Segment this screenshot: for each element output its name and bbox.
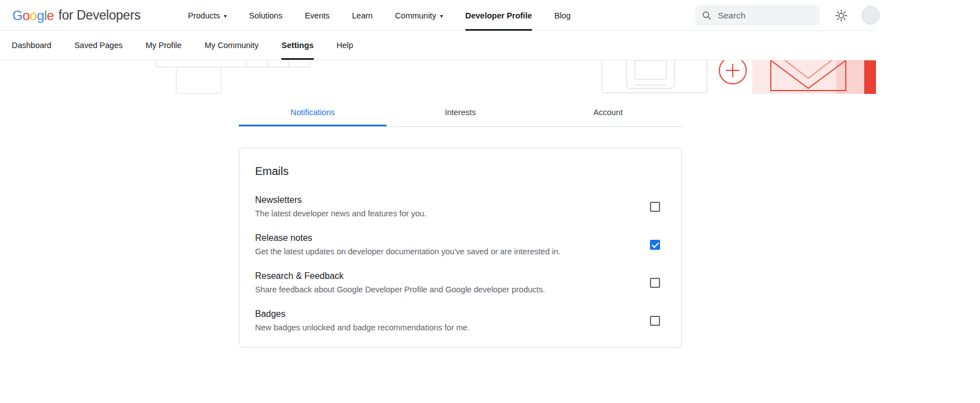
red-stripe xyxy=(864,60,876,94)
settings-tabs: Notifications Interests Account xyxy=(239,102,682,127)
email-row-release-notes: Release notes Get the latest updates on … xyxy=(255,231,666,258)
email-description: Share feedback about Google Developer Pr… xyxy=(255,283,545,296)
dark-mode-toggle[interactable] xyxy=(835,9,848,22)
email-description: The latest developer news and features f… xyxy=(255,207,426,220)
chevron-down-icon: ▾ xyxy=(440,12,443,19)
subnav-item-my-profile[interactable]: My Profile xyxy=(145,31,181,60)
email-title: Badges xyxy=(255,307,470,321)
top-header: Google for Developers Products ▾ Solutio… xyxy=(0,0,876,31)
tab-notifications[interactable]: Notifications xyxy=(239,102,387,126)
nav-item-products[interactable]: Products ▾ xyxy=(188,0,227,31)
user-avatar[interactable] xyxy=(861,6,880,25)
tab-interests[interactable]: Interests xyxy=(387,102,534,126)
email-row-newsletters: Newsletters The latest developer news an… xyxy=(255,193,666,220)
checkbox-research-feedback[interactable] xyxy=(650,278,660,288)
subnav-item-saved-pages[interactable]: Saved Pages xyxy=(74,31,123,60)
logo-suffix: for Developers xyxy=(58,8,140,23)
nav-item-solutions[interactable]: Solutions xyxy=(249,0,282,31)
subnav-item-dashboard[interactable]: Dashboard xyxy=(12,31,51,60)
subnav-item-my-community[interactable]: My Community xyxy=(205,31,259,60)
banner-decoration-left xyxy=(156,60,323,94)
page: Google for Developers Products ▾ Solutio… xyxy=(0,0,980,403)
emails-card: Emails Newsletters The latest developer … xyxy=(239,148,682,348)
email-row-badges: Badges New badges unlocked and badge rec… xyxy=(255,307,666,334)
search-input[interactable] xyxy=(717,10,813,21)
tab-account[interactable]: Account xyxy=(534,102,682,126)
banner-decoration-right xyxy=(601,60,713,94)
emails-card-title: Emails xyxy=(255,165,666,178)
email-title: Newsletters xyxy=(255,193,426,207)
top-nav: Products ▾ Solutions Events Learn Commun… xyxy=(188,0,571,31)
email-description: Get the latest updates on developer docu… xyxy=(255,245,560,258)
email-row-research-feedback: Research & Feedback Share feedback about… xyxy=(255,269,666,296)
checkbox-release-notes[interactable] xyxy=(650,240,660,250)
search-box[interactable] xyxy=(695,5,819,26)
checkbox-badges[interactable] xyxy=(650,316,660,326)
email-title: Release notes xyxy=(255,231,560,245)
sun-icon xyxy=(835,9,848,22)
chevron-down-icon: ▾ xyxy=(224,12,227,19)
nav-item-events[interactable]: Events xyxy=(305,0,329,31)
subnav-item-settings[interactable]: Settings xyxy=(281,31,313,60)
profile-subnav: Dashboard Saved Pages My Profile My Comm… xyxy=(0,31,876,60)
nav-item-community[interactable]: Community ▾ xyxy=(395,0,442,31)
envelope-illustration xyxy=(750,60,876,94)
email-title: Research & Feedback xyxy=(255,269,545,283)
nav-item-learn[interactable]: Learn xyxy=(352,0,373,31)
google-logo: Google xyxy=(12,8,54,23)
hero-banner xyxy=(0,60,876,94)
plus-circle-icon xyxy=(718,60,747,85)
google-for-developers-logo[interactable]: Google for Developers xyxy=(12,0,140,31)
subnav-item-help[interactable]: Help xyxy=(337,31,354,60)
search-icon xyxy=(702,10,711,21)
nav-item-developer-profile[interactable]: Developer Profile xyxy=(465,0,532,31)
email-description: New badges unlocked and badge recommenda… xyxy=(255,321,470,334)
checkbox-newsletters[interactable] xyxy=(650,202,660,212)
nav-item-blog[interactable]: Blog xyxy=(554,0,571,31)
